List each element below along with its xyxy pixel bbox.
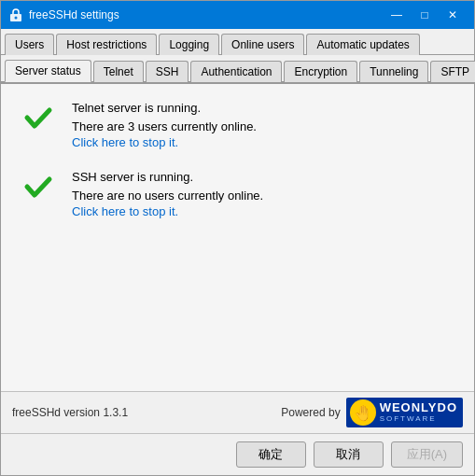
tab-authentication[interactable]: Authentication xyxy=(190,61,282,82)
button-row: 确定 取消 应用(A) xyxy=(1,433,474,475)
weonlydo-sub: SOFTWARE xyxy=(380,415,457,424)
tab-sftp[interactable]: SFTP xyxy=(430,61,475,82)
main-window: freeSSHd settings — □ ✕ Users Host restr… xyxy=(0,0,475,476)
weonlydo-hand-icon: 🤚 xyxy=(350,399,376,426)
powered-label: Powered by xyxy=(281,406,340,419)
powered-by: Powered by 🤚 WEONLYDO SOFTWARE xyxy=(281,398,463,427)
ssh-line-1: SSH server is running. xyxy=(72,168,263,187)
title-text: freeSSHd settings xyxy=(29,8,383,21)
tab-telnet[interactable]: Telnet xyxy=(93,61,144,82)
content-area: Telnet server is running. There are 3 us… xyxy=(1,84,474,391)
close-button[interactable]: ✕ xyxy=(439,1,467,29)
tab-logging[interactable]: Logging xyxy=(159,34,219,55)
title-buttons: — □ ✕ xyxy=(383,1,467,29)
title-bar: freeSSHd settings — □ ✕ xyxy=(1,1,474,29)
tab-automatic-updates[interactable]: Automatic updates xyxy=(306,34,419,55)
apply-button[interactable]: 应用(A) xyxy=(391,441,463,468)
app-icon xyxy=(8,7,23,22)
ssh-status-text: SSH server is running. There are no user… xyxy=(72,168,263,218)
minimize-button[interactable]: — xyxy=(383,1,411,29)
bottom-bar: freeSSHd version 1.3.1 Powered by 🤚 WEON… xyxy=(1,391,474,433)
telnet-status-row: Telnet server is running. There are 3 us… xyxy=(20,99,455,149)
tab-users[interactable]: Users xyxy=(5,34,54,55)
ssh-stop-link[interactable]: Click here to stop it. xyxy=(72,204,263,218)
tab-row-1: Users Host restrictions Logging Online u… xyxy=(1,29,474,55)
tab-ssh[interactable]: SSH xyxy=(146,61,189,82)
telnet-line-1: Telnet server is running. xyxy=(72,99,257,118)
telnet-status-text: Telnet server is running. There are 3 us… xyxy=(72,99,257,149)
telnet-line-2: There are 3 users currently online. xyxy=(72,118,257,136)
weonlydo-logo: 🤚 WEONLYDO SOFTWARE xyxy=(346,398,463,427)
tab-server-status[interactable]: Server status xyxy=(5,60,91,82)
tab-host-restrictions[interactable]: Host restrictions xyxy=(56,34,157,55)
tab-row-2: Server status Telnet SSH Authentication … xyxy=(1,55,474,82)
cancel-button[interactable]: 取消 xyxy=(314,441,384,468)
telnet-stop-link[interactable]: Click here to stop it. xyxy=(72,135,257,149)
tab-rows-container: Users Host restrictions Logging Online u… xyxy=(1,29,474,84)
tab-encryption[interactable]: Encryption xyxy=(284,61,357,82)
maximize-button[interactable]: □ xyxy=(411,1,439,29)
ssh-check-icon xyxy=(20,168,57,205)
ssh-line-2: There are no users currently online. xyxy=(72,187,263,205)
tab-tunneling[interactable]: Tunneling xyxy=(359,61,428,82)
telnet-check-icon xyxy=(20,99,57,136)
ssh-status-row: SSH server is running. There are no user… xyxy=(20,168,455,218)
weonlydo-name: WEONLYDO xyxy=(380,401,457,414)
svg-point-1 xyxy=(15,17,18,20)
version-text: freeSSHd version 1.3.1 xyxy=(12,406,128,419)
tab-online-users[interactable]: Online users xyxy=(221,34,304,55)
weonlydo-text: WEONLYDO SOFTWARE xyxy=(380,401,457,423)
ok-button[interactable]: 确定 xyxy=(236,441,306,468)
